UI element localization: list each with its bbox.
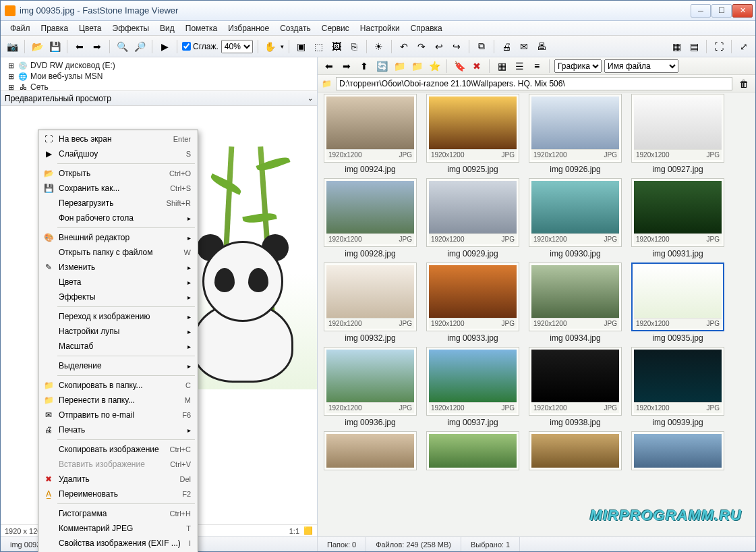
thumbnails-area[interactable]: 1920x1200JPGimg 00924.jpg1920x1200JPGimg… xyxy=(318,92,755,536)
menu-item[interactable]: Свойства изображения (EXIF ...)I xyxy=(40,536,196,551)
fav-icon[interactable]: ⭐ xyxy=(427,59,442,74)
thumbnail-cell[interactable]: 1920x1200JPGimg 00936.jpg xyxy=(323,347,417,427)
menu-item[interactable]: Переход к изображению▸ xyxy=(40,309,196,324)
email-icon[interactable]: ✉ xyxy=(517,39,531,54)
camera-icon[interactable]: 📷 xyxy=(5,39,20,54)
thumbnail-cell[interactable]: 1920x1200JPGimg 00925.jpg xyxy=(426,94,520,174)
tree-item[interactable]: ⊞ 🖧 Сеть xyxy=(6,82,312,91)
sort-mode-select[interactable]: Имя файла xyxy=(604,59,678,73)
thumbnail-cell[interactable]: 1920x1200JPGimg 00938.jpg xyxy=(528,347,622,427)
thumbnail-cell[interactable] xyxy=(426,431,520,470)
thumbnail-cell[interactable]: 1920x1200JPGimg 00937.jpg xyxy=(426,347,520,427)
clone-icon[interactable]: ⎘ xyxy=(347,39,361,54)
menu-Вид[interactable]: Вид xyxy=(154,22,180,34)
menu-Пометка[interactable]: Пометка xyxy=(180,22,223,34)
lock-icon[interactable]: 🟨 xyxy=(303,526,313,535)
tag-icon[interactable]: 🔖 xyxy=(452,59,467,74)
resize-icon[interactable]: ⬚ xyxy=(312,39,326,54)
menu-Файл[interactable]: Файл xyxy=(5,22,36,34)
menu-item[interactable]: 📂ОткрытьCtrl+O xyxy=(40,166,196,181)
close-button[interactable]: ✕ xyxy=(732,4,753,18)
smooth-checkbox[interactable]: Сглаж. xyxy=(182,42,219,51)
open-folder-icon[interactable]: 📂 xyxy=(30,39,45,54)
menu-item[interactable]: 📁Скопировать в папку...C xyxy=(40,378,196,393)
folder-tree[interactable]: ⊞ 💿 DVD RW дисковод (E:) ⊞ 🌐 Мои веб-узл… xyxy=(1,57,317,91)
thumbnail-cell[interactable]: 1920x1200JPGimg 00931.jpg xyxy=(631,178,725,258)
zoom-select[interactable]: 40% xyxy=(221,40,253,53)
crop-icon[interactable]: ▣ xyxy=(294,39,309,54)
undo-icon[interactable]: ↩ xyxy=(432,39,446,54)
redo-icon[interactable]: ↪ xyxy=(449,39,464,54)
zoom-in-icon[interactable]: 🔍 xyxy=(115,39,129,54)
scan-icon[interactable]: 🖨 xyxy=(499,39,514,54)
menu-item[interactable]: Фон рабочего стола▸ xyxy=(40,211,196,225)
thumbnail-cell[interactable] xyxy=(323,431,417,470)
menu-Настройки[interactable]: Настройки xyxy=(355,22,405,34)
thumbnail-cell[interactable]: 1920x1200JPGimg 00934.jpg xyxy=(528,263,622,343)
menu-Создать[interactable]: Создать xyxy=(274,22,316,34)
thumbnail-cell[interactable]: 1920x1200JPGimg 00924.jpg xyxy=(323,94,417,174)
thumbnail-cell[interactable]: 1920x1200JPGimg 00935.jpg xyxy=(631,263,725,343)
expand-icon[interactable]: ⊞ xyxy=(6,72,16,81)
thumbnail-cell[interactable]: 1920x1200JPGimg 00926.jpg xyxy=(528,94,622,174)
menu-Цвета[interactable]: Цвета xyxy=(74,22,107,34)
thumbnail-cell[interactable] xyxy=(528,431,622,470)
menu-item[interactable]: Выделение▸ xyxy=(40,358,196,373)
fullscreen-icon[interactable]: ⛶ xyxy=(711,39,726,54)
menu-Правка[interactable]: Правка xyxy=(36,22,74,34)
menu-item[interactable]: ▶СлайдшоуS xyxy=(40,146,196,161)
next-icon[interactable]: ➡ xyxy=(90,39,105,54)
print-icon[interactable]: 🖶 xyxy=(534,39,549,54)
thumbnail-cell[interactable]: 1920x1200JPGimg 00929.jpg xyxy=(426,178,520,258)
collapse-icon[interactable]: ⌄ xyxy=(308,94,313,102)
view-thumb-icon[interactable]: ▦ xyxy=(494,59,509,74)
menu-item[interactable]: 💾Сохранить как...Ctrl+S xyxy=(40,181,196,196)
play-icon[interactable]: ▶ xyxy=(157,39,172,54)
context-menu[interactable]: ⛶На весь экранEnter▶СлайдшоуS📂ОткрытьCtr… xyxy=(38,130,198,552)
expand-icon[interactable]: ⊞ xyxy=(6,61,16,70)
view-list-icon[interactable]: ☰ xyxy=(512,59,527,74)
menu-item[interactable]: Скопировать изображениеCtrl+C xyxy=(40,442,196,457)
thumbnail-cell[interactable]: 1920x1200JPGimg 00933.jpg xyxy=(426,263,520,343)
compare-icon[interactable]: ⧉ xyxy=(474,39,489,54)
tree-item[interactable]: ⊞ 💿 DVD RW дисковод (E:) xyxy=(6,60,312,71)
menu-item[interactable]: ✎Изменить▸ xyxy=(40,260,196,275)
refresh-icon[interactable]: 🔄 xyxy=(374,59,389,74)
menu-Эффекты[interactable]: Эффекты xyxy=(107,22,155,34)
rotate-right-icon[interactable]: ↷ xyxy=(414,39,429,54)
nav-forward-icon[interactable]: ➡ xyxy=(339,59,354,74)
thumbnail-cell[interactable]: 1920x1200JPGimg 00928.jpg xyxy=(323,178,417,258)
menu-item[interactable]: ГистограммаCtrl+H xyxy=(40,506,196,521)
thumbnail-cell[interactable]: 1920x1200JPGimg 00930.jpg xyxy=(528,178,622,258)
menu-item[interactable]: Комментарий JPEGT xyxy=(40,521,196,536)
layout1-icon[interactable]: ▦ xyxy=(669,39,684,54)
layout2-icon[interactable]: ▤ xyxy=(687,39,701,54)
thumbnail-cell[interactable]: 1920x1200JPGimg 00927.jpg xyxy=(631,94,725,174)
tree-item[interactable]: ⊞ 🌐 Мои веб-узлы MSN xyxy=(6,71,312,82)
rotate-left-icon[interactable]: ↶ xyxy=(397,39,411,54)
folder2-icon[interactable]: 📁 xyxy=(409,59,424,74)
prev-icon[interactable]: ⬅ xyxy=(72,39,87,54)
menu-Сервис[interactable]: Сервис xyxy=(316,22,355,34)
folder-icon[interactable]: 📁 xyxy=(392,59,407,74)
address-input[interactable] xyxy=(336,77,732,90)
menu-item[interactable]: Открыть папку с файломW xyxy=(40,245,196,260)
maximize-button[interactable]: ☐ xyxy=(711,4,732,18)
nav-back-icon[interactable]: ⬅ xyxy=(322,59,337,74)
menu-item[interactable]: Масштаб▸ xyxy=(40,339,196,354)
zoom-out-icon[interactable]: 🔎 xyxy=(132,39,147,54)
thumbnail-cell[interactable]: 1920x1200JPGimg 00939.jpg xyxy=(631,347,725,427)
menu-item[interactable]: 🎨Внешний редактор▸ xyxy=(40,230,196,245)
fit-icon[interactable]: ⤢ xyxy=(736,39,751,54)
hand-icon[interactable]: ✋ xyxy=(263,39,278,54)
view-detail-icon[interactable]: ≡ xyxy=(529,59,544,74)
menu-item[interactable]: ✉Отправить по e-mailF6 xyxy=(40,408,196,422)
save-icon[interactable]: 💾 xyxy=(47,39,62,54)
menu-item[interactable]: ✖УдалитьDel xyxy=(40,472,196,487)
expand-icon[interactable]: ⊞ xyxy=(6,82,16,91)
canvas-icon[interactable]: 🖼 xyxy=(329,39,344,54)
minimize-button[interactable]: ─ xyxy=(691,4,711,18)
menu-item[interactable]: Цвета▸ xyxy=(40,275,196,289)
trash-icon[interactable]: 🗑 xyxy=(736,76,751,91)
view-mode-select[interactable]: Графика xyxy=(554,59,602,73)
